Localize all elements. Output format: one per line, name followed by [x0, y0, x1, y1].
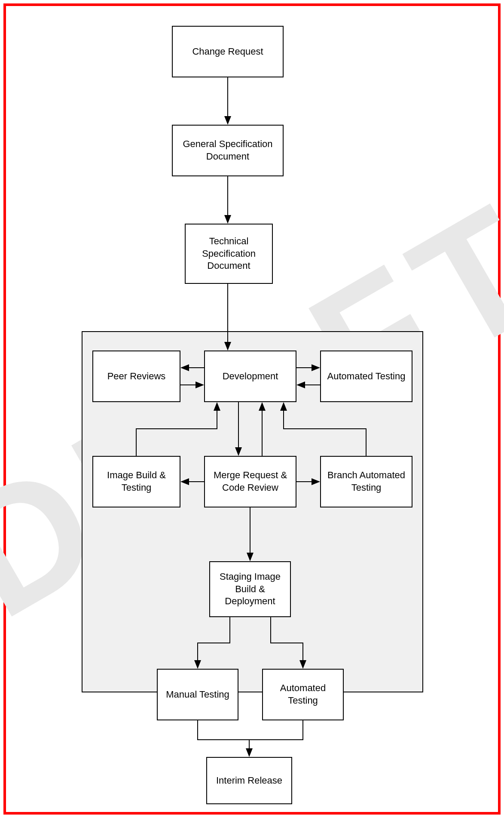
box-label: Merge Request & Code Review	[208, 469, 292, 494]
box-label: Automated Testing	[327, 370, 406, 383]
box-change-request: Change Request	[172, 26, 284, 77]
box-manual-testing: Manual Testing	[157, 669, 238, 720]
box-image-build-testing: Image Build & Testing	[92, 456, 180, 507]
box-label: Interim Release	[216, 775, 282, 787]
box-label: Staging Image Build & Deployment	[214, 571, 287, 608]
box-staging: Staging Image Build & Deployment	[209, 561, 291, 617]
box-label: Automated Testing	[266, 682, 339, 707]
box-interim-release: Interim Release	[206, 757, 292, 804]
box-label: Branch Automated Testing	[324, 469, 408, 494]
box-label: Image Build & Testing	[97, 469, 176, 494]
box-label: Change Request	[192, 46, 263, 58]
box-label: Technical Specification Document	[189, 235, 269, 272]
box-general-spec: General Specification Document	[172, 125, 284, 176]
box-branch-auto-testing: Branch Automated Testing	[320, 456, 412, 507]
box-label: Development	[223, 370, 278, 383]
box-tech-spec: Technical Specification Document	[185, 224, 273, 284]
box-auto-testing-bottom: Automated Testing	[262, 669, 344, 720]
box-peer-reviews: Peer Reviews	[92, 351, 180, 402]
box-label: Peer Reviews	[107, 370, 166, 383]
box-label: Manual Testing	[166, 689, 229, 701]
box-merge-request: Merge Request & Code Review	[204, 456, 296, 507]
flowchart-diagram: Change Request General Specification Doc…	[0, 0, 504, 818]
box-development: Development	[204, 351, 296, 402]
box-label: General Specification Document	[176, 138, 279, 163]
box-auto-testing-top: Automated Testing	[320, 351, 412, 402]
